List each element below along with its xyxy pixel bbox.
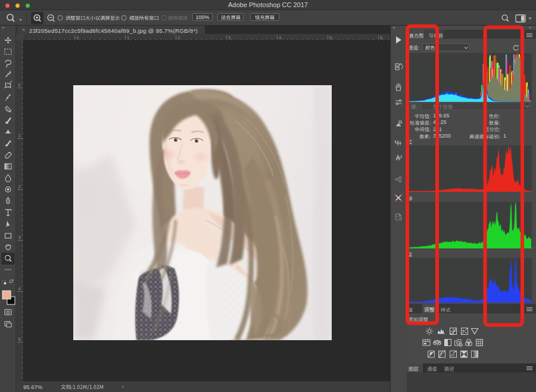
svg-text:2: 2 [177, 35, 180, 41]
svg-text:1: 1 [18, 133, 21, 138]
svg-text:2: 2 [18, 184, 21, 189]
svg-text:6: 6 [380, 35, 382, 41]
svg-text:3: 3 [18, 235, 21, 240]
svg-text:0: 0 [18, 82, 21, 88]
svg-text:4: 4 [279, 35, 281, 41]
svg-text:3: 3 [228, 35, 230, 41]
svg-text:5: 5 [18, 337, 21, 342]
svg-text:4: 4 [18, 286, 21, 291]
svg-text:5: 5 [329, 35, 332, 41]
svg-text:1: 1 [127, 35, 129, 41]
svg-text:0: 0 [76, 35, 79, 41]
